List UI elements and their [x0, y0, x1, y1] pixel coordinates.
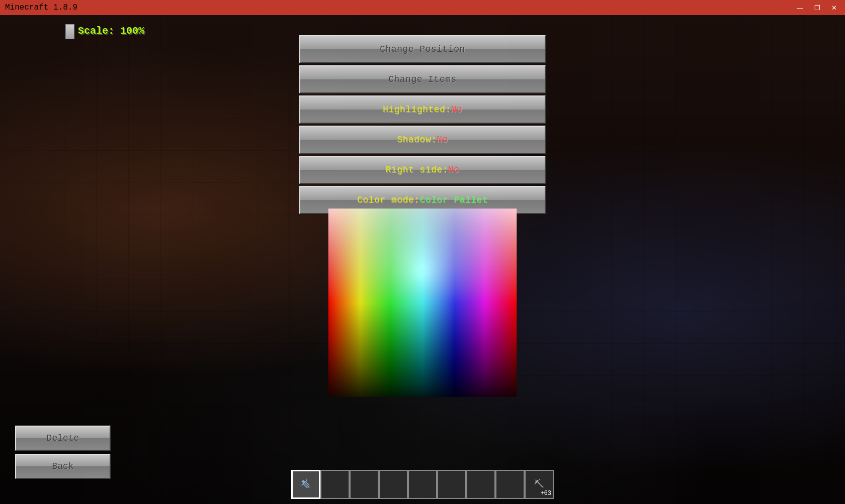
- left-buttons: Delete Back: [15, 426, 111, 479]
- highlighted-button[interactable]: Highlighted: No: [299, 95, 546, 124]
- hotbar-slot-3[interactable]: [350, 470, 379, 499]
- hotbar-slot-6[interactable]: [437, 470, 466, 499]
- titlebar-controls: — ❐ ✕: [794, 3, 840, 13]
- sword-icon: 🗡: [295, 474, 316, 494]
- hotbar-slot-5[interactable]: [408, 470, 437, 499]
- axe-icon: ⛏: [534, 478, 544, 490]
- close-button[interactable]: ✕: [828, 3, 840, 13]
- right-side-button[interactable]: Right side: No: [299, 156, 546, 184]
- scale-icon: [65, 24, 74, 39]
- change-items-button[interactable]: Change Items: [299, 65, 546, 93]
- item-count-badge: +63: [540, 490, 551, 497]
- menu-panel: Change Position Change Items Highlighted…: [299, 35, 546, 216]
- delete-button[interactable]: Delete: [15, 426, 111, 451]
- hotbar-slot-4[interactable]: [379, 470, 408, 499]
- minimize-button[interactable]: —: [794, 3, 806, 13]
- scale-text: Scale: 100%: [78, 25, 144, 37]
- hotbar-slot-9[interactable]: ⛏ +63: [525, 470, 554, 499]
- back-button[interactable]: Back: [15, 454, 111, 479]
- change-position-button[interactable]: Change Position: [299, 35, 546, 63]
- hotbar-slot-2[interactable]: [320, 470, 350, 499]
- titlebar: Minecraft 1.8.9 — ❐ ✕: [0, 0, 845, 15]
- hotbar-slot-7[interactable]: [466, 470, 495, 499]
- maximize-button[interactable]: ❐: [811, 3, 823, 13]
- hotbar-slot-1[interactable]: 🗡: [291, 470, 320, 499]
- hotbar-slot-8[interactable]: [495, 470, 525, 499]
- hotbar: 🗡 ⛏ +63: [291, 470, 554, 499]
- titlebar-title: Minecraft 1.8.9: [5, 3, 77, 12]
- color-palette[interactable]: [328, 209, 517, 397]
- shadow-button[interactable]: Shadow: No: [299, 126, 546, 154]
- game-background: Scale: 100% Change Position Change Items…: [0, 15, 845, 504]
